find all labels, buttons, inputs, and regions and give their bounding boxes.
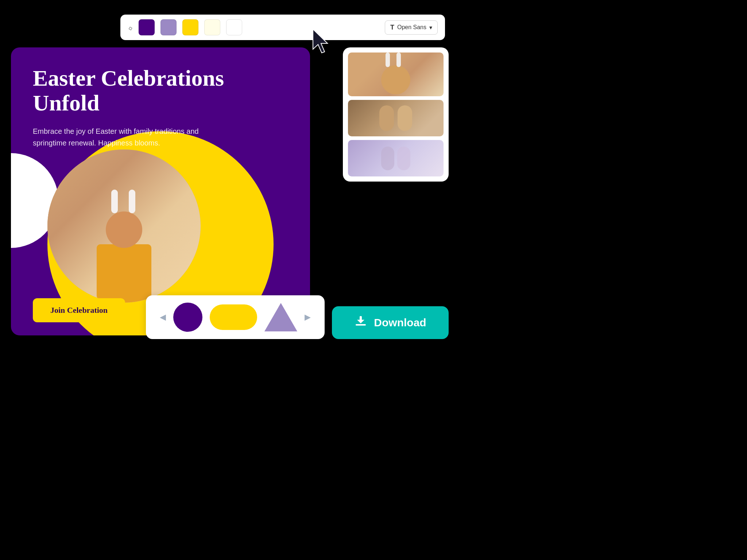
svg-rect-3 <box>360 316 362 321</box>
download-icon <box>354 315 367 331</box>
photo-thumbnail-2[interactable] <box>348 100 444 136</box>
download-label: Download <box>374 316 426 329</box>
paint-bucket-icon[interactable]: ⬦ <box>127 22 134 33</box>
toolbar: ⬦ T Open Sans ▾ <box>120 15 445 40</box>
svg-marker-0 <box>313 29 328 53</box>
shape-circle[interactable] <box>173 303 202 332</box>
download-button[interactable]: Download <box>332 306 449 339</box>
photo-strip-panel <box>343 47 449 182</box>
color-swatch-purple[interactable] <box>139 19 155 35</box>
girl-photo-inner <box>47 149 201 303</box>
cursor-arrow-icon <box>310 29 332 55</box>
font-selector[interactable]: T Open Sans ▾ <box>385 20 438 35</box>
color-swatch-white[interactable] <box>226 19 242 35</box>
bunny-ear-right <box>129 190 135 213</box>
girl-photo-circle <box>47 149 201 303</box>
color-swatch-cream[interactable] <box>204 19 220 35</box>
shapes-panel: ◀ ▶ <box>146 295 325 339</box>
girl-dress <box>97 244 151 303</box>
poster-title: Easter Celebrations Unfold <box>33 66 288 115</box>
font-t-icon: T <box>390 24 394 31</box>
svg-rect-1 <box>356 324 366 326</box>
shape-pill[interactable] <box>210 304 257 330</box>
bunny-ear-left <box>111 190 118 213</box>
poster-subtitle: Embrace the joy of Easter with family tr… <box>33 125 222 149</box>
girl-head <box>106 211 142 248</box>
dropdown-arrow-icon: ▾ <box>429 24 432 31</box>
photo-content-girl-bunny <box>348 52 444 96</box>
photo-thumbnail-3[interactable] <box>348 140 444 176</box>
font-name-label: Open Sans <box>397 24 426 31</box>
bunny-ears <box>111 190 135 213</box>
photo-thumbnail-1[interactable] <box>348 52 444 96</box>
shapes-next-button[interactable]: ▶ <box>305 312 311 322</box>
color-swatch-yellow[interactable] <box>182 19 198 35</box>
shape-triangle[interactable] <box>264 303 297 331</box>
color-swatch-lavender[interactable] <box>160 19 177 35</box>
poster-text-area: Easter Celebrations Unfold Embrace the j… <box>11 47 310 149</box>
shapes-prev-button[interactable]: ◀ <box>160 312 166 322</box>
girl-figure <box>97 211 151 303</box>
join-celebration-button[interactable]: Join Celebration <box>33 298 125 322</box>
poster-card: Easter Celebrations Unfold Embrace the j… <box>11 47 310 335</box>
